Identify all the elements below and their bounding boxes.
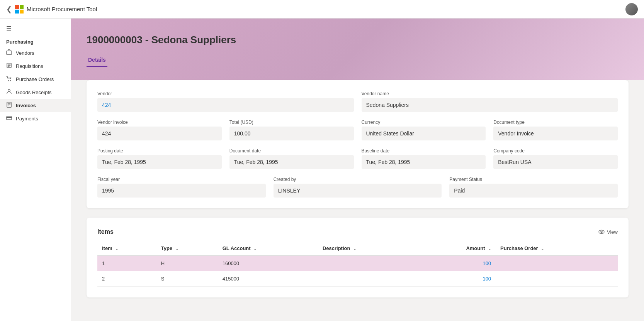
vendor-name-value: Sedona Suppliers <box>362 98 618 112</box>
amount-cell: 100 <box>417 271 496 287</box>
sidebar-label-payments: Payments <box>16 116 38 122</box>
requisitions-icon <box>6 63 12 69</box>
view-button[interactable]: View <box>598 229 618 235</box>
col-item-label: Item <box>102 245 112 251</box>
sidebar-item-invoices[interactable]: Invoices <box>0 99 71 112</box>
created-by-field: Created by LINSLEY <box>274 177 442 198</box>
payment-status-value: Paid <box>449 184 618 198</box>
col-amount-label: Amount <box>466 245 485 251</box>
main-content: 1900000003 - Sedona Suppliers Details Ve… <box>71 19 644 321</box>
vendors-icon <box>6 49 12 56</box>
col-item[interactable]: Item ⌄ <box>97 242 156 255</box>
document-date-field: Document date Tue, Feb 28, 1995 <box>229 148 354 169</box>
topbar: ❮ Microsoft Procurement Tool <box>0 0 644 19</box>
svg-point-15 <box>601 231 602 233</box>
type-sort-icon: ⌄ <box>175 247 178 251</box>
company-code-field: Company code BestRun USA <box>493 148 618 169</box>
table-row[interactable]: 1H160000100 <box>97 255 618 271</box>
table-row[interactable]: 2S415000100 <box>97 271 618 287</box>
item-cell: 2 <box>97 271 156 287</box>
payment-status-label: Payment Status <box>449 177 618 182</box>
desc-sort-icon: ⌄ <box>353 247 356 251</box>
vendor-name-label: Vendor name <box>362 91 618 96</box>
sidebar: ☰ Purchasing Vendors Requisitions Purcha… <box>0 19 71 321</box>
sidebar-item-vendors[interactable]: Vendors <box>0 46 71 59</box>
page-title: 1900000003 - Sedona Suppliers <box>87 34 629 46</box>
document-type-label: Document type <box>493 120 618 125</box>
total-label: Total (USD) <box>229 120 354 125</box>
item-cell: 1 <box>97 255 156 271</box>
payments-icon <box>6 115 12 122</box>
vendor-value[interactable]: 424 <box>97 98 354 112</box>
misc-row: Fiscal year 1995 Created by LINSLEY Paym… <box>97 177 618 198</box>
svg-point-7 <box>8 90 10 92</box>
purchase-order-cell <box>496 255 618 271</box>
document-type-field: Document type Vendor Invoice <box>493 120 618 140</box>
created-by-label: Created by <box>274 177 442 182</box>
company-code-label: Company code <box>493 148 618 154</box>
vendor-field: Vendor 424 <box>97 91 354 112</box>
total-value: 100.00 <box>229 127 354 140</box>
col-purchase-order[interactable]: Purchase Order ⌄ <box>496 242 618 255</box>
sidebar-label-purchase-orders: Purchase Orders <box>16 76 54 82</box>
svg-point-5 <box>8 80 9 81</box>
type-cell: S <box>156 271 218 287</box>
currency-label: Currency <box>362 120 486 125</box>
sidebar-item-requisitions[interactable]: Requisitions <box>0 59 71 73</box>
sidebar-item-goods-receipts[interactable]: Goods Receipts <box>0 86 71 99</box>
document-type-value: Vendor Invoice <box>493 127 618 140</box>
col-purchase-order-label: Purchase Order <box>500 245 538 251</box>
posting-date-label: Posting date <box>97 148 222 154</box>
baseline-date-label: Baseline date <box>362 148 486 154</box>
table-header-row: Item ⌄ Type ⌄ GL Account ⌄ <box>97 242 618 255</box>
sidebar-item-payments[interactable]: Payments <box>0 112 71 125</box>
hamburger-icon[interactable]: ☰ <box>0 22 71 35</box>
po-sort-icon: ⌄ <box>541 247 544 251</box>
vendor-invoice-field: Vendor invoice 424 <box>97 120 222 140</box>
avatar[interactable] <box>625 3 638 15</box>
sidebar-item-purchase-orders[interactable]: Purchase Orders <box>0 73 71 86</box>
currency-value: United States Dollar <box>362 127 486 140</box>
svg-point-14 <box>599 230 604 234</box>
vendor-name-field: Vendor name Sedona Suppliers <box>362 91 618 112</box>
vendor-row: Vendor 424 Vendor name Sedona Suppliers <box>97 91 618 112</box>
col-amount[interactable]: Amount ⌄ <box>417 242 496 255</box>
baseline-date-field: Baseline date Tue, Feb 28, 1995 <box>362 148 486 169</box>
svg-rect-0 <box>7 51 12 54</box>
back-button[interactable]: ❮ <box>6 5 12 14</box>
sidebar-label-requisitions: Requisitions <box>16 63 43 69</box>
sidebar-section-purchasing: Purchasing <box>0 35 71 46</box>
amount-cell: 100 <box>417 255 496 271</box>
payment-status-field: Payment Status Paid <box>449 177 618 198</box>
purchase-order-cell <box>496 271 618 287</box>
col-gl-account[interactable]: GL Account ⌄ <box>218 242 318 255</box>
tab-details[interactable]: Details <box>87 54 107 67</box>
eye-icon <box>598 229 605 235</box>
fiscal-year-label: Fiscal year <box>97 177 266 182</box>
page-header: 1900000003 - Sedona Suppliers Details <box>71 19 644 80</box>
col-description[interactable]: Description ⌄ <box>318 242 417 255</box>
items-title: Items <box>97 228 114 235</box>
document-date-value: Tue, Feb 28, 1995 <box>229 155 354 169</box>
posting-date-field: Posting date Tue, Feb 28, 1995 <box>97 148 222 169</box>
app-name: Microsoft Procurement Tool <box>27 6 97 12</box>
col-type[interactable]: Type ⌄ <box>156 242 218 255</box>
company-code-value: BestRun USA <box>493 155 618 169</box>
invoices-icon <box>6 102 12 109</box>
items-card: Items View Item ⌄ <box>87 218 629 297</box>
purchase-orders-icon <box>6 76 12 83</box>
description-cell <box>318 271 417 287</box>
posting-date-value: Tue, Feb 28, 1995 <box>97 155 222 169</box>
gl-sort-icon: ⌄ <box>253 247 257 251</box>
fiscal-year-field: Fiscal year 1995 <box>97 177 266 198</box>
vendor-invoice-value: 424 <box>97 127 222 140</box>
invoice-details-row: Vendor invoice 424 Total (USD) 100.00 Cu… <box>97 120 618 140</box>
sidebar-label-goods-receipts: Goods Receipts <box>16 90 52 95</box>
document-date-label: Document date <box>229 148 354 154</box>
view-label: View <box>607 229 618 235</box>
item-sort-icon: ⌄ <box>115 247 118 251</box>
gl-account-cell: 160000 <box>218 255 318 271</box>
vendor-invoice-label: Vendor invoice <box>97 120 222 125</box>
details-card: Vendor 424 Vendor name Sedona Suppliers … <box>87 80 629 208</box>
fiscal-year-value: 1995 <box>97 184 266 198</box>
